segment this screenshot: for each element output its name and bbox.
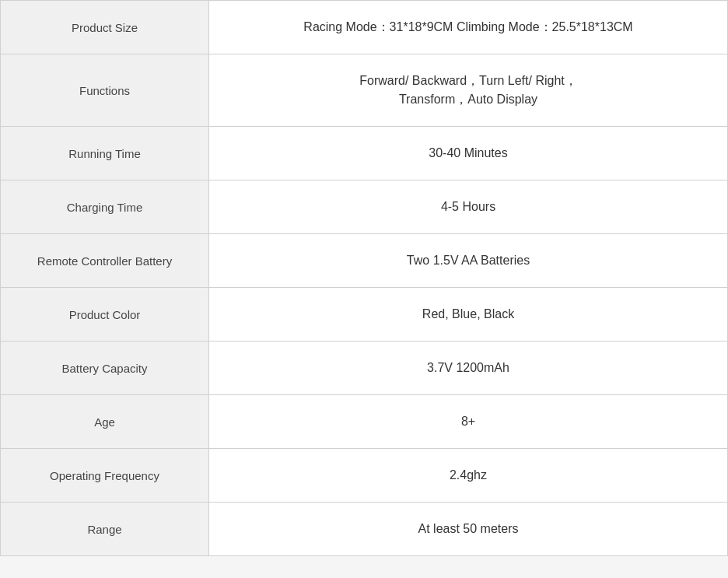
row-label: Operating Frequency [1, 449, 209, 503]
row-value: At least 50 meters [209, 503, 728, 556]
table-row: Age8+ [1, 395, 728, 449]
row-label: Remote Controller Battery [1, 234, 209, 288]
row-value: 8+ [209, 395, 728, 449]
table-row: Remote Controller BatteryTwo 1.5V AA Bat… [1, 234, 728, 288]
row-value: 4-5 Hours [209, 180, 728, 234]
row-label: Range [1, 503, 209, 556]
row-label: Running Time [1, 127, 209, 180]
table-row: Product ColorRed, Blue, Black [1, 288, 728, 342]
table-row: Product SizeRacing Mode：31*18*9CM Climbi… [1, 1, 728, 54]
row-label: Charging Time [1, 180, 209, 234]
row-value: Racing Mode：31*18*9CM Climbing Mode：25.5… [209, 1, 728, 54]
table-row: Running Time30-40 Minutes [1, 127, 728, 180]
row-label: Product Size [1, 1, 209, 54]
specs-table: Product SizeRacing Mode：31*18*9CM Climbi… [0, 0, 728, 556]
row-label: Age [1, 395, 209, 449]
row-label: Functions [1, 54, 209, 127]
table-row: FunctionsForward/ Backward，Turn Left/ Ri… [1, 54, 728, 127]
row-label: Battery Capacity [1, 342, 209, 395]
row-value: Two 1.5V AA Batteries [209, 234, 728, 288]
row-value: Red, Blue, Black [209, 288, 728, 342]
row-value: 3.7V 1200mAh [209, 342, 728, 395]
row-label: Product Color [1, 288, 209, 342]
table-row: Charging Time4-5 Hours [1, 180, 728, 234]
table-row: Operating Frequency2.4ghz [1, 449, 728, 503]
table-row: Battery Capacity3.7V 1200mAh [1, 342, 728, 395]
row-value: 30-40 Minutes [209, 127, 728, 180]
table-row: RangeAt least 50 meters [1, 503, 728, 556]
row-value: 2.4ghz [209, 449, 728, 503]
row-value: Forward/ Backward，Turn Left/ Right，Trans… [209, 54, 728, 127]
